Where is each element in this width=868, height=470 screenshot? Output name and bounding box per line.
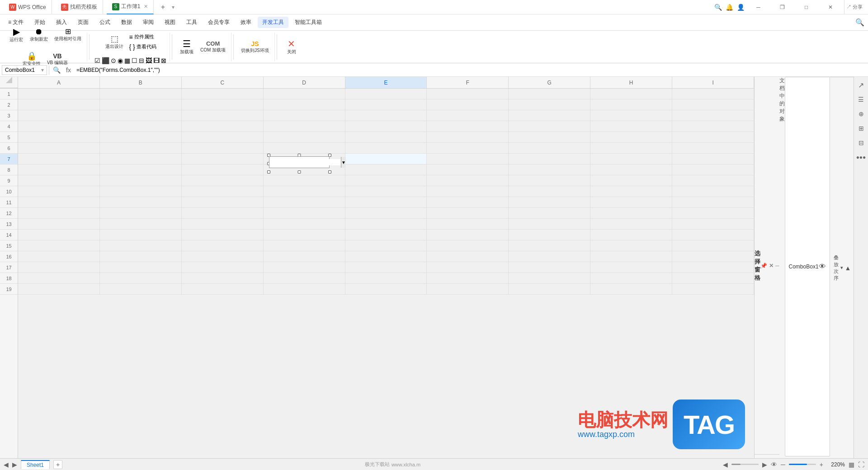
- cell-b3[interactable]: [100, 110, 182, 121]
- sidebar-icon-4[interactable]: ⊞: [855, 122, 868, 135]
- cell-e1[interactable]: [345, 89, 427, 99]
- cell-a5[interactable]: [18, 132, 100, 143]
- col-header-d[interactable]: D: [264, 77, 345, 88]
- bell-icon[interactable]: 🔔: [726, 4, 733, 11]
- cell-e17[interactable]: [345, 262, 427, 273]
- cell-f10[interactable]: [427, 186, 509, 197]
- search-title-icon[interactable]: 🔍: [714, 4, 722, 11]
- cell-c6[interactable]: [182, 143, 264, 154]
- sidebar-icon-5[interactable]: ⊟: [855, 136, 868, 149]
- cell-a19[interactable]: [18, 284, 100, 295]
- cell-f9[interactable]: [427, 175, 509, 186]
- control-props-button[interactable]: ≡ 控件属性: [127, 33, 158, 42]
- cell-e6[interactable]: [345, 143, 427, 154]
- cell-d16[interactable]: [264, 251, 345, 262]
- row-num-1[interactable]: 1: [0, 89, 18, 99]
- cell-f3[interactable]: [427, 110, 509, 121]
- menu-member[interactable]: 会员专享: [203, 17, 234, 28]
- cell-g5[interactable]: [509, 132, 590, 143]
- cell-c7[interactable]: [182, 154, 264, 164]
- cell-d18[interactable]: [264, 273, 345, 284]
- exit-design-button[interactable]: ⬚ 退出设计: [103, 29, 126, 55]
- cell-d14[interactable]: [264, 230, 345, 240]
- minimize-button[interactable]: ─: [748, 0, 769, 14]
- handle-bottom-center[interactable]: [298, 170, 301, 174]
- row-num-7[interactable]: 7: [0, 154, 18, 164]
- new-tab-button[interactable]: +: [157, 2, 168, 13]
- cell-a14[interactable]: [18, 230, 100, 240]
- cell-h1[interactable]: [590, 89, 672, 99]
- search-formula-icon[interactable]: 🔍: [51, 66, 62, 74]
- cell-a16[interactable]: [18, 251, 100, 262]
- cell-e3[interactable]: [345, 110, 427, 121]
- cell-h17[interactable]: [590, 262, 672, 273]
- zoom-percentage[interactable]: 220%: [827, 461, 845, 468]
- panel-pin-icon[interactable]: 📌: [760, 263, 767, 269]
- record-macro-button[interactable]: ⏺ 录制新宏: [27, 22, 51, 47]
- cell-h12[interactable]: [590, 208, 672, 219]
- cell-h3[interactable]: [590, 110, 672, 121]
- cell-b16[interactable]: [100, 251, 182, 262]
- ctrl-icon-rect[interactable]: ⬛: [101, 56, 110, 65]
- cell-g14[interactable]: [509, 230, 590, 240]
- cell-g11[interactable]: [509, 197, 590, 208]
- cell-i14[interactable]: [672, 230, 754, 240]
- row-num-14[interactable]: 14: [0, 230, 18, 240]
- cell-f12[interactable]: [427, 208, 509, 219]
- cell-f6[interactable]: [427, 143, 509, 154]
- cell-i11[interactable]: [672, 197, 754, 208]
- cell-b10[interactable]: [100, 186, 182, 197]
- row-num-18[interactable]: 18: [0, 273, 18, 284]
- cell-b17[interactable]: [100, 262, 182, 273]
- cell-i16[interactable]: [672, 251, 754, 262]
- cell-c19[interactable]: [182, 284, 264, 295]
- row-num-17[interactable]: 17: [0, 262, 18, 273]
- cell-c16[interactable]: [182, 251, 264, 262]
- cell-d5[interactable]: [264, 132, 345, 143]
- cell-c11[interactable]: [182, 197, 264, 208]
- panel-item-visibility-icon[interactable]: 👁: [819, 263, 826, 271]
- cell-c18[interactable]: [182, 273, 264, 284]
- combobox-dropdown-button[interactable]: ▼: [341, 157, 346, 168]
- menu-ai[interactable]: 智能工具箱: [290, 17, 326, 28]
- cell-e12[interactable]: [345, 208, 427, 219]
- col-header-h[interactable]: H: [590, 77, 672, 88]
- run-macro-button[interactable]: ▶ 运行宏: [6, 22, 26, 47]
- cell-a4[interactable]: [18, 121, 100, 132]
- cell-e5[interactable]: [345, 132, 427, 143]
- cell-b4[interactable]: [100, 121, 182, 132]
- user-icon[interactable]: 👤: [737, 4, 745, 11]
- use-relative-button[interactable]: ⊞ 使用相对引用: [52, 22, 84, 47]
- cell-i8[interactable]: [672, 164, 754, 175]
- cell-i13[interactable]: [672, 219, 754, 230]
- cell-a6[interactable]: [18, 143, 100, 154]
- col-header-c[interactable]: C: [182, 77, 264, 88]
- cell-i7[interactable]: [672, 154, 754, 164]
- cell-a11[interactable]: [18, 197, 100, 208]
- cell-h9[interactable]: [590, 175, 672, 186]
- cell-b6[interactable]: [100, 143, 182, 154]
- cell-e9[interactable]: [345, 175, 427, 186]
- cell-a3[interactable]: [18, 110, 100, 121]
- cell-g4[interactable]: [509, 121, 590, 132]
- menu-data[interactable]: 数据: [117, 17, 137, 28]
- com-add-button[interactable]: COM COM 加载项: [198, 34, 228, 60]
- cell-f2[interactable]: [427, 99, 509, 110]
- row-num-8[interactable]: 8: [0, 164, 18, 175]
- cell-g18[interactable]: [509, 273, 590, 284]
- cell-f14[interactable]: [427, 230, 509, 240]
- cell-c17[interactable]: [182, 262, 264, 273]
- cell-i3[interactable]: [672, 110, 754, 121]
- sheet-tab-sheet1[interactable]: Sheet1: [21, 460, 50, 469]
- ctrl-icon-scroll[interactable]: ⊟: [138, 56, 145, 65]
- cell-c5[interactable]: [182, 132, 264, 143]
- cell-g12[interactable]: [509, 208, 590, 219]
- layer-order-dropdown-icon[interactable]: ▾: [840, 265, 843, 271]
- cell-e13[interactable]: [345, 219, 427, 230]
- menu-view[interactable]: 视图: [160, 17, 180, 28]
- zoom-out-icon[interactable]: ─: [781, 461, 785, 468]
- row-num-15[interactable]: 15: [0, 240, 18, 251]
- cell-f8[interactable]: [427, 164, 509, 175]
- cell-e15[interactable]: [345, 240, 427, 251]
- more-tabs-icon[interactable]: ▾: [172, 4, 175, 10]
